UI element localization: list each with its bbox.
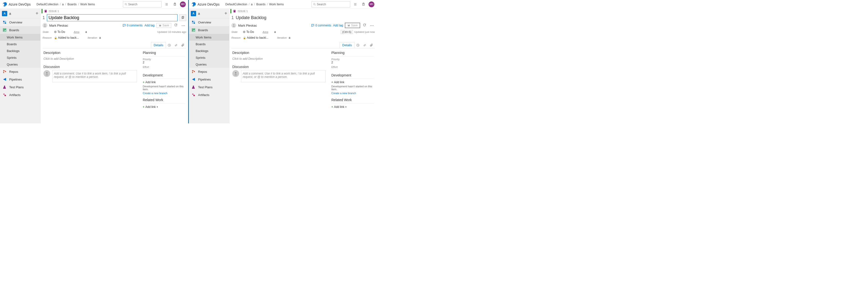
sidebar-item-workitems[interactable]: Work Items (0, 34, 40, 40)
list-view-icon[interactable] (352, 1, 359, 7)
refresh-button[interactable] (173, 23, 179, 28)
comments-link[interactable]: 0 comments (311, 24, 331, 27)
sidebar-item-backlogs[interactable]: Backlogs (189, 48, 229, 54)
sidebar-item-queries[interactable]: Queries (189, 61, 229, 68)
add-tag-button[interactable]: Add tag (145, 24, 154, 27)
sidebar-item-boards-sub[interactable]: Boards (0, 40, 40, 48)
issue-type-label: ISSUE 1 (238, 10, 248, 12)
breadcrumb-collection[interactable]: DefaultCollection (225, 3, 247, 6)
sidebar-item-artifacts[interactable]: Artifacts (189, 91, 229, 99)
user-avatar[interactable]: MH (180, 1, 186, 7)
breadcrumb-workitems[interactable]: Work Items (269, 3, 284, 6)
svg-rect-25 (194, 21, 195, 22)
discussion-input[interactable]: Add a comment. Use # to link a work item… (52, 70, 137, 82)
sidebar: A a + Overview Boards Work Items Boards … (189, 9, 229, 123)
effort-label: Effort (331, 65, 374, 68)
project-selector[interactable]: A a + (0, 9, 40, 18)
attachments-tab-icon[interactable] (180, 42, 186, 48)
save-button[interactable]: Save (345, 23, 360, 28)
sidebar-item-overview[interactable]: Overview (189, 18, 229, 26)
assignee-avatar-icon[interactable] (231, 23, 236, 28)
sidebar-item-boards[interactable]: Boards (0, 26, 40, 34)
more-actions-button[interactable]: ⋯ (180, 23, 186, 28)
sidebar-item-boards[interactable]: Boards (189, 26, 229, 34)
sidebar-item-testplans[interactable]: Test Plans (0, 83, 40, 91)
iteration-value[interactable]: a (289, 36, 290, 39)
title-text[interactable]: Update Backlog (236, 15, 375, 21)
search-box[interactable] (312, 1, 350, 7)
sidebar-label: Overview (198, 21, 211, 24)
dev-add-link-button[interactable]: +Add link (143, 81, 156, 84)
breadcrumb-boards[interactable]: Boards (256, 3, 266, 6)
breadcrumb-boards[interactable]: Boards (67, 3, 76, 6)
project-selector[interactable]: A a + (189, 9, 229, 18)
sidebar-item-sprints[interactable]: Sprints (0, 54, 40, 61)
search-input[interactable] (317, 3, 348, 6)
sidebar-item-overview[interactable]: Overview (0, 18, 40, 26)
breadcrumb-workitems[interactable]: Work Items (81, 3, 95, 6)
add-tag-button[interactable]: Add tag (333, 24, 343, 27)
svg-rect-24 (192, 21, 193, 22)
assignee-avatar-icon[interactable] (42, 23, 47, 28)
sidebar-item-workitems[interactable]: Work Items (189, 34, 229, 40)
add-project-button[interactable]: + (35, 11, 38, 16)
save-button[interactable]: Save (156, 23, 171, 28)
search-box[interactable] (123, 1, 162, 7)
sidebar-item-boards-sub[interactable]: Boards (189, 40, 229, 48)
area-value[interactable]: a (274, 30, 276, 34)
list-view-icon[interactable] (163, 1, 170, 7)
search-input[interactable] (128, 3, 160, 6)
discussion-input[interactable]: Add a comment. Use # to link a work item… (241, 70, 326, 82)
svg-rect-36 (234, 10, 236, 12)
description-placeholder[interactable]: Click to add Description (232, 56, 326, 61)
tab-details[interactable]: Details (340, 42, 354, 48)
breadcrumb-collection[interactable]: DefaultCollection (36, 3, 58, 6)
state-value[interactable]: To Do (243, 30, 254, 34)
links-tab-icon[interactable] (173, 42, 180, 48)
breadcrumb-project[interactable]: a (62, 3, 64, 6)
reason-value[interactable]: 🔒Added to backl... (243, 36, 268, 39)
marketplace-icon[interactable] (360, 1, 367, 7)
sidebar-item-repos[interactable]: Repos (189, 68, 229, 76)
sidebar-item-pipelines[interactable]: Pipelines (0, 76, 40, 83)
history-tab-icon[interactable] (354, 42, 361, 48)
brand-label[interactable]: Azure DevOps (197, 2, 220, 6)
add-project-button[interactable]: + (224, 11, 227, 16)
svg-point-10 (3, 72, 4, 73)
sidebar-item-pipelines[interactable]: Pipelines (189, 76, 229, 83)
breadcrumb-project[interactable]: a (251, 3, 253, 6)
priority-value[interactable]: 2 (143, 61, 185, 64)
refresh-button[interactable] (362, 23, 367, 28)
priority-value[interactable]: 2 (331, 61, 374, 64)
brand-label[interactable]: Azure DevOps (9, 2, 31, 6)
related-add-link-button[interactable]: +Add link ▾ (143, 105, 158, 109)
more-actions-button[interactable]: ⋯ (369, 23, 375, 28)
sidebar-item-artifacts[interactable]: Artifacts (0, 91, 40, 99)
assignee-name[interactable]: Mark Pleskac (238, 24, 257, 27)
copy-link-button[interactable] (180, 14, 186, 21)
dev-add-link-button[interactable]: +Add link (331, 81, 344, 84)
attachments-tab-icon[interactable] (368, 42, 375, 48)
sidebar-item-sprints[interactable]: Sprints (189, 54, 229, 61)
related-add-link-button[interactable]: +Add link ▾ (331, 105, 347, 109)
sidebar-item-repos[interactable]: Repos (0, 68, 40, 76)
reason-value[interactable]: 🔒Added to back... (54, 36, 79, 39)
iteration-value[interactable]: a (99, 36, 101, 39)
user-avatar[interactable]: MH (369, 1, 374, 7)
sidebar-item-testplans[interactable]: Test Plans (189, 83, 229, 91)
links-tab-icon[interactable] (361, 42, 368, 48)
title-input[interactable] (47, 14, 178, 21)
state-value[interactable]: To Do (54, 30, 65, 34)
description-placeholder[interactable]: Click to add Description (43, 56, 137, 61)
sidebar-item-queries[interactable]: Queries (0, 61, 40, 68)
top-bar: Azure DevOps DefaultCollection/ a/ Board… (0, 0, 188, 9)
sidebar-item-backlogs[interactable]: Backlogs (0, 48, 40, 54)
assignee-name[interactable]: Mark Pleskac (49, 24, 68, 27)
tab-details[interactable]: Details (151, 42, 166, 48)
create-branch-link[interactable]: Create a new branch (143, 92, 185, 94)
create-branch-link[interactable]: Create a new branch (331, 92, 374, 94)
comments-link[interactable]: 0 comments (122, 24, 143, 27)
marketplace-icon[interactable] (172, 1, 178, 7)
history-tab-icon[interactable] (166, 42, 173, 48)
area-value[interactable]: a (85, 30, 87, 34)
